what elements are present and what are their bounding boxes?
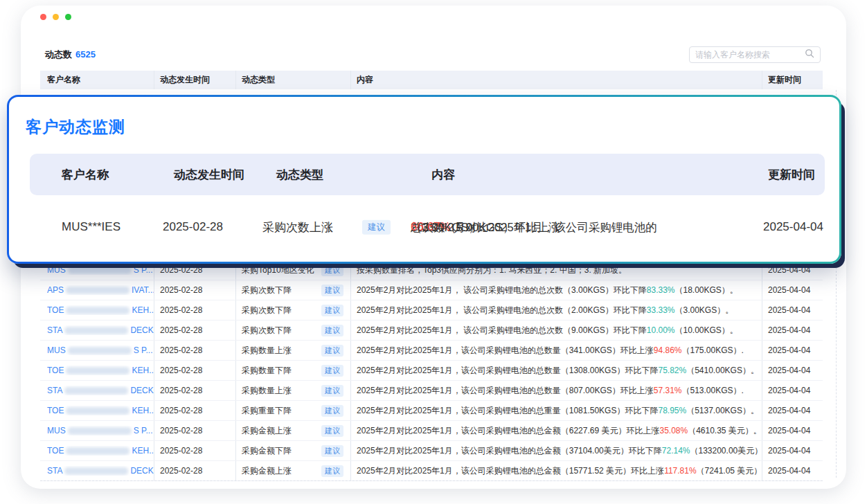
row-date: 2025-02-28 (154, 401, 235, 420)
table-row[interactable]: MUSS P... 2025-02-28 采购数量上涨建议 2025年2月对比2… (40, 341, 823, 361)
content-before: 2025年2月对比2025年1月，该公司采购锂电池的总金额（37104.00美元… (357, 445, 662, 457)
table-row[interactable]: TOEKEH... 2025-02-28 采购次数下降建议 2025年2月对比2… (40, 300, 823, 321)
close-window-icon[interactable] (40, 14, 46, 20)
row-content-cell: 2025年2月对比2025年1月， 该公司采购锂电池的总次数（9.00KGS）环… (350, 321, 762, 340)
content-before: 2025年2月对比2025年1月， 该公司采购锂电池的总次数（2.00KGS）环… (357, 305, 647, 316)
row-date: 2025-02-28 (154, 461, 235, 480)
row-date: 2025-02-28 (154, 441, 235, 460)
content-after: （4610.35 美元）。 (688, 425, 762, 437)
row-content-cell: 2025年2月对比2025年1月，该公司采购锂电池的总金额（37104.00美元… (350, 441, 762, 460)
table-row[interactable]: STADECK... 2025-02-28 采购数量上涨建议 2025年2月对比… (40, 381, 823, 401)
customer-name-redacted (66, 307, 129, 314)
row-updated: 2025-04-04 (762, 321, 823, 340)
customer-name-cell[interactable]: STADECK... (47, 325, 154, 335)
row-date: 2025-02-28 (154, 381, 235, 400)
table-row[interactable]: TOEKEH... 2025-02-28 采购重量下降建议 2025年2月对比2… (40, 401, 823, 421)
customer-prefix: MUS (47, 426, 66, 435)
customer-suffix: DECK... (130, 466, 154, 476)
customer-name-cell[interactable]: STADECK... (47, 386, 154, 395)
customer-suffix: DECK... (130, 325, 154, 335)
content-pct: 94.86% (654, 345, 682, 355)
content-after: （5410.00KGS）。 (686, 365, 759, 377)
dynamics-count-value: 6525 (75, 49, 96, 60)
row-type: 采购金额上涨 (242, 425, 292, 437)
customer-prefix: STA (47, 466, 62, 476)
customer-name-cell[interactable]: TOEKEH... (47, 305, 154, 315)
row-content-cell: 2025年2月对比2025年1月，该公司采购锂电池的总数量（1308.00KGS… (350, 361, 762, 380)
content-pct: 72.14% (662, 446, 690, 456)
row-content-cell: 2025年2月对比2025年1月，该公司采购锂电池的总数量（807.00KGS）… (350, 381, 762, 400)
card-data-row[interactable]: MUS***IES 2025-02-28 采购次数上涨 建议 2025年2月对比… (30, 195, 825, 259)
customer-prefix: TOE (47, 446, 64, 456)
customer-suffix: KEH... (132, 446, 154, 456)
minimize-window-icon[interactable] (53, 14, 59, 20)
row-type: 采购重量下降 (242, 405, 292, 417)
search-placeholder: 请输入客户名称搜索 (695, 49, 805, 61)
content-pct: 117.81% (664, 466, 696, 476)
col-customer-name: 客户名称 (40, 74, 154, 86)
content-pct: 35.08% (659, 426, 688, 435)
customer-suffix: S P... (134, 426, 153, 435)
table-row[interactable]: MUSS P... 2025-02-28 采购金额上涨建议 2025年2月对比2… (40, 421, 823, 441)
card-content: 2025年2月对比2025年1月，该公司采购锂电池的 总次数（5.00KGS）环… (411, 217, 750, 237)
customer-prefix: STA (47, 325, 62, 335)
col-update-time: 更新时间 (762, 71, 823, 89)
row-date: 2025-02-28 (154, 321, 235, 340)
row-type: 采购金额下降 (242, 445, 292, 457)
customer-name-cell[interactable]: TOEKEH... (47, 366, 154, 375)
table-bottom-divider (40, 480, 823, 481)
row-badge: 建议 (321, 465, 343, 477)
row-type: 采购次数下降 (242, 305, 292, 316)
content-before: 按采购数量排名，Top3供应商分别为：1. 马来西亚；2. 中国；3. 新加坡。 (357, 264, 627, 276)
customer-name-cell[interactable]: MUSS P... (47, 265, 154, 275)
maximize-window-icon[interactable] (65, 14, 71, 20)
customer-name-redacted (64, 387, 128, 395)
row-type: 采购数量下降 (242, 365, 292, 377)
table-row[interactable]: STADECK... 2025-02-28 采购金额上涨建议 2025年2月对比… (40, 461, 823, 481)
row-type: 采购次数下降 (242, 285, 292, 296)
row-badge: 建议 (321, 345, 343, 357)
table-row[interactable]: TOEKEH... 2025-02-28 采购金额下降建议 2025年2月对比2… (40, 441, 823, 461)
card-title: 客户动态监测 (26, 116, 125, 138)
customer-name-redacted (66, 407, 129, 415)
customer-name-cell[interactable]: MUSS P... (47, 426, 154, 435)
content-after: （18.00KGS）。 (674, 285, 738, 296)
table-row[interactable]: TOEKEH... 2025-02-28 采购数量下降建议 2025年2月对比2… (40, 361, 823, 381)
customer-name-cell[interactable]: TOEKEH... (47, 406, 154, 415)
content-after: （5137.00KGS）。 (686, 405, 759, 417)
search-icon[interactable] (805, 48, 814, 61)
customer-name-cell[interactable]: APSIVAT... (47, 285, 154, 295)
table-row[interactable]: STADECK... 2025-02-28 采购次数下降建议 2025年2月对比… (40, 321, 823, 341)
customer-suffix: KEH... (132, 406, 154, 415)
card-update-time: 2025-04-04 (763, 220, 823, 234)
content-pct: 78.95% (658, 406, 686, 415)
row-content-cell: 2025年2月对比2025年1月，该公司采购锂电池的总金额（6227.69 美元… (350, 421, 762, 440)
row-content-cell: 2025年2月对比2025年1月， 该公司采购锂电池的总次数（2.00KGS）环… (350, 300, 762, 320)
customer-dynamics-monitor-card: 客户动态监测 客户名称 动态发生时间 动态类型 内容 更新时间 MUS***IE… (7, 95, 841, 264)
customer-suffix: S P... (134, 265, 153, 275)
card-col-dynamic-type: 动态类型 (276, 167, 323, 183)
customer-name-cell[interactable]: MUSS P... (47, 345, 154, 355)
row-updated: 2025-04-04 (762, 421, 823, 440)
row-content-cell: 2025年2月对比2025年1月，该公司采购锂电池的总金额（15771.52 美… (350, 461, 762, 480)
row-badge: 建议 (321, 325, 343, 336)
content-pct: 83.33% (647, 285, 675, 295)
row-date: 2025-02-28 (154, 421, 235, 440)
row-content-cell: 2025年2月对比2025年1月，该公司采购锂电池的总数量（341.00KGS）… (350, 341, 762, 360)
row-badge: 建议 (321, 405, 343, 417)
content-before: 2025年2月对比2025年1月，该公司采购锂电池的总数量（341.00KGS）… (357, 345, 654, 357)
customer-name-cell[interactable]: TOEKEH... (47, 446, 154, 456)
card-occur-time: 2025-02-28 (163, 220, 223, 234)
row-date: 2025-02-28 (154, 361, 235, 380)
row-badge: 建议 (321, 264, 343, 276)
customer-suffix: S P... (134, 345, 153, 355)
customer-name-cell[interactable]: STADECK... (47, 466, 154, 476)
dynamics-count: 动态数6525 (45, 48, 96, 61)
row-badge: 建议 (321, 305, 343, 316)
customer-prefix: MUS (47, 345, 66, 355)
table-row[interactable]: APSIVAT... 2025-02-28 采购次数下降建议 2025年2月对比… (40, 280, 823, 300)
customer-name-redacted (66, 287, 129, 294)
content-after: （133200.00美元）。 (690, 445, 762, 457)
customer-search-input[interactable]: 请输入客户名称搜索 (689, 46, 821, 63)
screen: 动态数6525 请输入客户名称搜索 客户名称 动态发生时间 动态类型 内容 更新… (0, 0, 867, 504)
